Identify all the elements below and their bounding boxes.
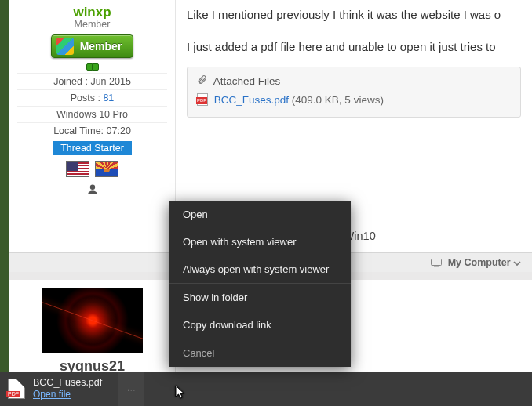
flags (17, 161, 167, 177)
os-line: Windows 10 Pro (17, 106, 167, 122)
post-text-line: I just added a pdf file here and unable … (187, 38, 521, 56)
pdf-file-icon (197, 93, 208, 106)
user-panel: winxp Member Member Joined : Jun 2015 Po… (9, 0, 176, 252)
menu-item-open-system-viewer[interactable]: Open with system viewer (169, 228, 351, 256)
post-text-line: Like I mentioned previously I think it w… (187, 6, 521, 24)
menu-item-copy-download-link[interactable]: Copy download link (169, 311, 351, 339)
paperclip-icon (197, 75, 210, 87)
flag-arizona-icon (95, 161, 118, 177)
chevron-down-icon (513, 259, 521, 267)
thread-starter-badge: Thread Starter (53, 141, 132, 155)
my-computer-toggle[interactable]: My Computer (431, 257, 524, 268)
user-rank: Member (17, 19, 167, 30)
posts-count-link[interactable]: 81 (103, 92, 114, 103)
posts-line: Posts : 81 (17, 89, 167, 106)
mouse-cursor-icon (175, 385, 188, 403)
attachment-row: BCC_Fuses.pdf (409.0 KB, 5 views) (197, 92, 511, 108)
rep-dots (17, 61, 167, 73)
svg-rect-1 (434, 266, 439, 267)
attachment-link[interactable]: BCC_Fuses.pdf (214, 94, 289, 106)
joined-line: Joined : Jun 2015 (17, 73, 167, 89)
open-file-link[interactable]: Open file (33, 389, 102, 400)
member-badge: Member (51, 34, 134, 58)
menu-item-show-in-folder[interactable]: Show in folder (169, 284, 351, 311)
attached-files-title: Attached Files (197, 74, 511, 89)
download-context-menu: Open Open with system viewer Always open… (169, 201, 351, 367)
menu-item-cancel[interactable]: Cancel (169, 339, 351, 367)
member-badge-label: Member (80, 40, 122, 53)
profile-icon[interactable] (17, 183, 167, 200)
svg-rect-0 (432, 259, 442, 266)
attachment-meta: (409.0 KB, 5 views) (292, 94, 384, 106)
flag-us-icon (66, 161, 89, 177)
download-more-button[interactable]: ··· (118, 372, 144, 406)
menu-item-open[interactable]: Open (169, 201, 351, 228)
pdf-file-icon (8, 379, 25, 399)
windows-logo-icon (56, 38, 74, 55)
download-item[interactable]: BCC_Fuses.pdf Open file (0, 372, 113, 406)
download-shelf: BCC_Fuses.pdf Open file ··· (0, 372, 532, 406)
user-panel: sygnus21 (9, 280, 176, 382)
attached-files-box: Attached Files BCC_Fuses.pdf (409.0 KB, … (187, 67, 521, 118)
local-time-line: Local Time: 07:20 (17, 122, 167, 139)
avatar[interactable] (42, 288, 143, 353)
menu-item-always-open-system-viewer[interactable]: Always open with system viewer (169, 256, 351, 283)
username-link[interactable]: winxp (17, 5, 167, 20)
download-filename: BCC_Fuses.pdf (33, 377, 102, 389)
